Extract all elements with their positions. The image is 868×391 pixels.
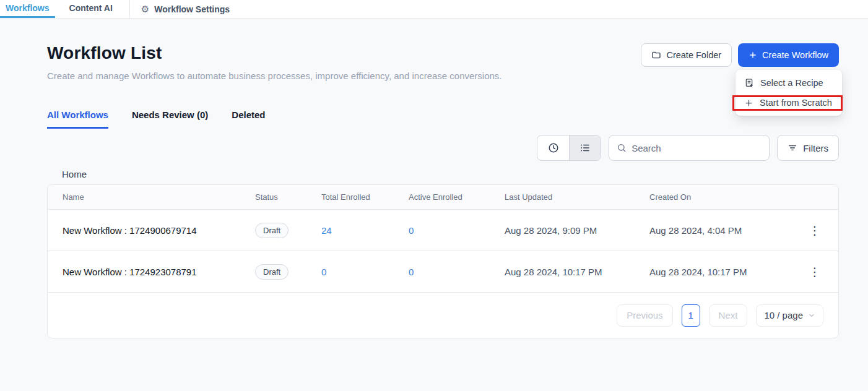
page-number-button[interactable]: 1 <box>682 304 700 327</box>
workflow-tabs: All Workflows Needs Review (0) Deleted <box>47 110 839 129</box>
workflow-name[interactable]: New Workflow : 1724923078791 <box>48 267 255 277</box>
create-folder-label: Create Folder <box>666 50 721 60</box>
row-actions-kebab-icon[interactable]: ⋮ <box>807 265 822 279</box>
main-content: Workflow List Create and manage Workflow… <box>0 19 868 338</box>
page-subtitle: Create and manage Workflows to automate … <box>47 69 502 84</box>
view-toggle <box>537 135 601 161</box>
previous-page-button[interactable]: Previous <box>617 304 672 327</box>
pagination: Previous 1 Next 10 / page <box>48 293 838 338</box>
last-updated-value: Aug 28 2024, 10:17 PM <box>505 267 649 277</box>
tab-label: Deleted <box>232 110 265 120</box>
workflow-table: Name Status Total Enrolled Active Enroll… <box>47 184 839 338</box>
tab-deleted[interactable]: Deleted <box>232 110 265 129</box>
active-enrolled-link[interactable]: 0 <box>409 225 505 236</box>
menu-item-select-a-recipe[interactable]: Select a Recipe <box>736 73 842 93</box>
table-row[interactable]: New Workflow : 1724923078791 Draft 0 0 A… <box>48 251 838 293</box>
created-on-value: Aug 28 2024, 10:17 PM <box>649 267 807 277</box>
last-updated-value: Aug 28 2024, 9:09 PM <box>505 225 649 236</box>
total-enrolled-link[interactable]: 0 <box>321 267 409 277</box>
page-title: Workflow List <box>47 43 502 63</box>
create-workflow-dropdown: Select a Recipe Start from Scratch <box>736 70 842 116</box>
total-enrolled-link[interactable]: 24 <box>321 225 409 236</box>
menu-item-label: Start from Scratch <box>760 98 832 108</box>
search-input[interactable] <box>631 143 762 153</box>
topnav-divider <box>129 0 130 18</box>
topnav-tab-label: Workflows <box>6 3 50 13</box>
topnav-tab-label: Content AI <box>69 3 113 13</box>
create-workflow-button[interactable]: Create Workflow <box>738 43 839 67</box>
page-size-select[interactable]: 10 / page <box>756 304 823 327</box>
workflow-settings-label: Workflow Settings <box>154 4 230 14</box>
topnav-workflow-settings[interactable]: ⚙ Workflow Settings <box>141 0 230 18</box>
status-badge: Draft <box>255 223 289 238</box>
list-view-button[interactable] <box>569 135 601 160</box>
status-cell: Draft <box>255 223 321 238</box>
header-actions: Create Folder Create Workflow <box>641 43 839 67</box>
column-header-status: Status <box>255 192 321 202</box>
filters-button[interactable]: Filters <box>777 135 839 161</box>
folder-icon <box>651 50 661 60</box>
filter-lines-icon <box>788 143 797 153</box>
search-icon <box>617 143 627 153</box>
created-on-value: Aug 28 2024, 4:04 PM <box>649 225 807 236</box>
page-size-label: 10 / page <box>764 310 803 320</box>
list-toolbar: Filters <box>47 135 839 161</box>
tab-label: All Workflows <box>47 110 108 120</box>
topnav-tab-content-ai[interactable]: Content AI <box>64 0 118 18</box>
topnav-tab-workflows[interactable]: Workflows <box>0 0 55 18</box>
column-header-name: Name <box>48 192 255 202</box>
chevron-down-icon <box>808 312 815 319</box>
column-header-created-on: Created On <box>649 192 807 202</box>
recipe-icon <box>744 78 754 88</box>
plus-icon <box>749 51 757 59</box>
top-navigation-bar: Workflows Content AI ⚙ Workflow Settings <box>0 0 868 19</box>
table-header-row: Name Status Total Enrolled Active Enroll… <box>48 185 838 210</box>
status-cell: Draft <box>255 264 321 280</box>
list-icon <box>579 142 591 153</box>
create-workflow-label: Create Workflow <box>762 50 828 60</box>
page-header-text: Workflow List Create and manage Workflow… <box>47 43 502 84</box>
gear-icon: ⚙ <box>141 4 149 14</box>
create-folder-button[interactable]: Create Folder <box>641 43 732 67</box>
tab-needs-review[interactable]: Needs Review (0) <box>132 110 208 129</box>
filters-label: Filters <box>803 143 828 153</box>
next-page-button[interactable]: Next <box>709 304 748 327</box>
column-header-last-updated: Last Updated <box>505 192 649 202</box>
breadcrumb: Home <box>47 169 839 179</box>
column-header-total-enrolled: Total Enrolled <box>321 192 409 202</box>
menu-item-label: Select a Recipe <box>760 78 823 88</box>
tab-all-workflows[interactable]: All Workflows <box>47 110 108 129</box>
history-view-button[interactable] <box>537 135 569 160</box>
tab-label: Needs Review (0) <box>132 110 208 120</box>
table-row[interactable]: New Workflow : 1724900679714 Draft 24 0 … <box>48 210 838 251</box>
menu-item-start-from-scratch[interactable]: Start from Scratch <box>736 93 842 113</box>
row-actions-kebab-icon[interactable]: ⋮ <box>807 223 822 238</box>
column-header-active-enrolled: Active Enrolled <box>409 192 505 202</box>
workflow-list-page: Workflows Content AI ⚙ Workflow Settings… <box>0 0 868 391</box>
plus-icon <box>744 98 753 108</box>
page-header: Workflow List Create and manage Workflow… <box>47 43 839 84</box>
clock-icon <box>548 142 559 153</box>
status-badge: Draft <box>255 264 289 280</box>
workflow-name[interactable]: New Workflow : 1724900679714 <box>48 225 255 236</box>
active-enrolled-link[interactable]: 0 <box>409 267 505 277</box>
search-box <box>609 135 770 161</box>
